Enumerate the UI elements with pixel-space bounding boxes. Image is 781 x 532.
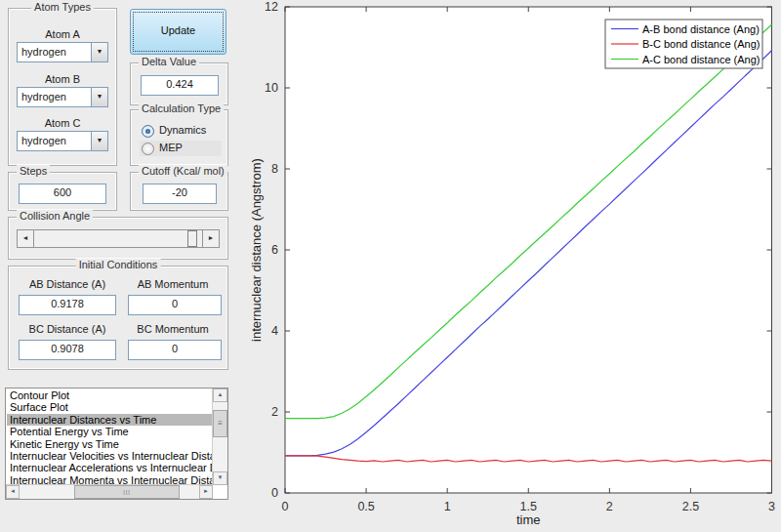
legend-label: A-B bond distance (Ang) — [642, 23, 760, 35]
legend: A-B bond distance (Ang)B-C bond distance… — [605, 20, 762, 68]
y-tick-label: 2 — [271, 405, 278, 419]
y-tick-label: 0 — [271, 486, 278, 500]
x-tick-label: 2 — [606, 500, 613, 513]
app-window: Atom Types Atom A hydrogen ▼ Atom B hydr… — [0, 0, 781, 532]
x-tick-label: 0 — [282, 500, 289, 513]
x-tick-label: 1 — [444, 500, 451, 513]
y-tick-label: 6 — [271, 243, 278, 257]
plot-canvas: 00.511.522.53024681012timeinternuclear d… — [0, 0, 781, 532]
y-tick-label: 10 — [265, 81, 278, 95]
x-tick-label: 1.5 — [520, 500, 537, 513]
x-axis-label: time — [516, 512, 541, 527]
plot-area — [285, 7, 772, 493]
y-tick-label: 8 — [271, 162, 278, 176]
legend-label: A-C bond distance (Ang) — [642, 54, 760, 65]
y-tick-label: 12 — [265, 0, 278, 14]
x-tick-label: 3 — [768, 500, 775, 513]
legend-label: B-C bond distance (Ang) — [642, 38, 760, 50]
y-tick-label: 4 — [271, 324, 278, 338]
x-tick-label: 2.5 — [682, 500, 699, 513]
y-axis-label: internuclear distance (Angstrom) — [249, 158, 264, 342]
x-tick-label: 0.5 — [357, 500, 374, 513]
